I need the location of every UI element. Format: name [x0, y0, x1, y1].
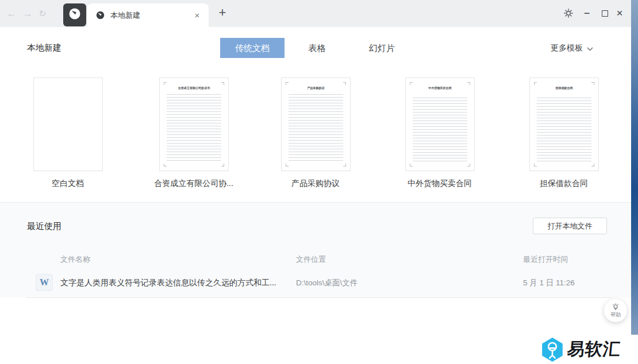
yiruanhui-watermark: 易软汇 — [537, 335, 638, 364]
tab-presentation[interactable]: 幻灯片 — [349, 38, 414, 58]
close-window-icon[interactable]: × — [612, 6, 627, 21]
column-header-file-location: 文件位置 — [296, 254, 326, 265]
tab-local-new[interactable]: 本地新建 × — [87, 3, 209, 27]
settings-gear-icon[interactable] — [561, 6, 576, 21]
chevron-down-icon — [587, 47, 593, 51]
page-title: 本地新建 — [27, 42, 62, 53]
preview-text-lines — [289, 94, 343, 161]
preview-text-lines — [167, 94, 221, 161]
preview-text-lines — [413, 98, 467, 161]
maximize-box — [602, 10, 608, 17]
lightbulb-icon — [612, 303, 620, 311]
column-header-file-name: 文件名称 — [60, 254, 90, 265]
template-joint-venture-agreement[interactable]: 合资成立有限公司协议书 — [159, 78, 229, 171]
document-preview: 中外货物买卖合同 — [406, 78, 474, 171]
app-logo-button[interactable] — [63, 3, 86, 26]
template-blank-document[interactable] — [33, 78, 103, 171]
help-button[interactable]: 帮助 — [604, 299, 627, 322]
recent-files-section: 最近使用 打开本地文件 文件名称 文件位置 最近打开时间 W 文字是人类用表义符… — [0, 202, 631, 297]
file-location: D:\tools\桌面\文件 — [296, 278, 358, 288]
more-templates-label: 更多模板 — [551, 43, 583, 53]
document-preview: 担保借款合同 — [530, 78, 598, 171]
reload-icon[interactable]: ↻ — [36, 7, 49, 21]
template-foreign-goods-contract[interactable]: 中外货物买卖合同 — [405, 78, 475, 171]
watermark-text: 易软汇 — [566, 338, 622, 361]
preview-title: 中外货物买卖合同 — [416, 86, 465, 90]
word-file-icon: W — [36, 274, 53, 291]
template-product-procurement[interactable]: 产品采购协议 — [281, 78, 351, 171]
back-icon[interactable]: ← — [5, 7, 18, 21]
column-header-last-opened: 最近打开时间 — [523, 254, 568, 265]
file-opened-time: 5 月 1 日 11:26 — [523, 278, 575, 288]
recent-section-title: 最近使用 — [27, 221, 62, 232]
tab-spreadsheet[interactable]: 表格 — [285, 38, 349, 58]
document-preview: 产品采购协议 — [282, 78, 350, 171]
more-templates-dropdown[interactable]: 更多模板 — [551, 43, 593, 53]
maximize-icon[interactable] — [597, 6, 612, 21]
gauge-logo-icon — [68, 7, 82, 23]
preview-text-lines — [537, 98, 591, 161]
template-label: 合资成立有限公司协... — [154, 179, 233, 189]
title-bar: ← → ↻ 本地新建 × + — [0, 0, 631, 27]
template-label: 产品采购协议 — [291, 179, 340, 189]
help-label: 帮助 — [610, 311, 621, 319]
template-guaranteed-loan-contract[interactable]: 担保借款合同 — [529, 78, 599, 171]
document-preview: 合资成立有限公司协议书 — [160, 78, 228, 171]
template-label: 担保借款合同 — [540, 179, 588, 189]
template-label: 中外货物买卖合同 — [408, 179, 472, 189]
file-name[interactable]: 文字是人类用表义符号记录表达信息以传之久远的方式和工... — [60, 278, 276, 288]
new-tab-icon[interactable]: + — [214, 5, 230, 21]
preview-title: 合资成立有限公司协议书 — [170, 86, 219, 90]
tab-favicon-icon — [95, 10, 105, 20]
row-divider — [26, 297, 612, 298]
template-label: 空白文档 — [52, 179, 84, 189]
preview-title: 产品采购协议 — [291, 86, 341, 90]
tab-traditional-docs[interactable]: 传统文档 — [220, 38, 285, 58]
preview-title: 担保借款合同 — [540, 86, 589, 90]
open-local-file-button[interactable]: 打开本地文件 — [533, 218, 607, 234]
blank-page-preview — [34, 78, 102, 171]
hexagon-logo-icon — [541, 337, 564, 362]
minimize-icon[interactable]: − — [579, 6, 594, 21]
tab-title: 本地新建 — [110, 10, 140, 21]
desktop-wallpaper-strip — [631, 0, 638, 364]
tab-close-icon[interactable]: × — [192, 10, 202, 21]
app-window: ← → ↻ 本地新建 × + — [0, 0, 638, 364]
forward-icon[interactable]: → — [21, 7, 34, 21]
